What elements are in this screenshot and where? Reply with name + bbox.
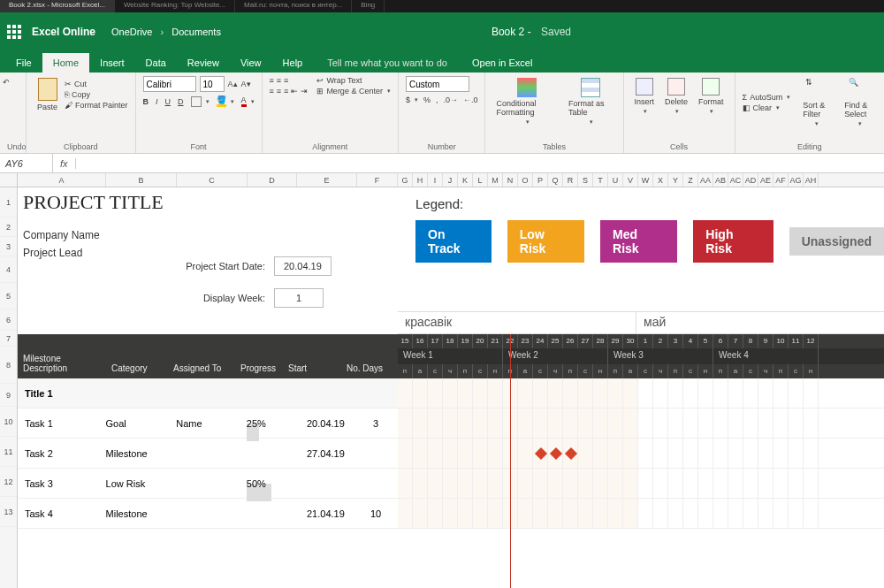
double-underline-button[interactable]: D [178, 97, 184, 106]
tab-file[interactable]: File [5, 53, 42, 73]
tell-me-search[interactable]: Tell me what you want to do [313, 53, 461, 73]
col-header[interactable]: F [357, 173, 398, 187]
col-header[interactable]: Z [683, 173, 698, 187]
col-header[interactable]: AD [743, 173, 758, 187]
col-header[interactable]: AH [804, 173, 819, 187]
clear-button[interactable]: ◧Clear [743, 103, 791, 112]
breadcrumb-item[interactable]: OneDrive [111, 27, 152, 37]
col-header[interactable]: AA [698, 173, 713, 187]
font-name-select[interactable] [143, 76, 196, 92]
insert-cells-button[interactable]: Insert [631, 76, 659, 117]
col-header[interactable]: P [533, 173, 548, 187]
number-format-select[interactable] [406, 76, 469, 92]
tab-help[interactable]: Help [272, 53, 314, 73]
row-header[interactable]: 10 [0, 407, 17, 437]
col-header[interactable]: C [177, 173, 248, 187]
outdent-button[interactable]: ⇤ [291, 87, 298, 95]
align-center-button[interactable]: ≡ [277, 87, 281, 95]
row-header[interactable]: 1 [0, 187, 17, 218]
document-title[interactable]: Book 2 - Saved [221, 26, 842, 38]
browser-tab[interactable]: Bing [352, 0, 385, 12]
autosum-button[interactable]: ΣAutoSum [743, 93, 791, 102]
tab-view[interactable]: View [230, 53, 272, 73]
browser-tab[interactable]: Website Ranking: Top Website... [115, 0, 235, 12]
conditional-formatting-button[interactable]: Conditional Formatting [492, 76, 561, 127]
font-size-select[interactable] [200, 76, 225, 92]
undo-button[interactable]: ↶ [7, 76, 19, 101]
find-select-button[interactable]: 🔍Find & Select [841, 76, 877, 129]
task-row[interactable]: Task 3Low Risk50% [18, 469, 398, 499]
row-header[interactable]: 9 [0, 384, 17, 407]
col-header[interactable]: W [638, 173, 653, 187]
row-header[interactable]: 2 [0, 218, 17, 237]
percent-button[interactable]: % [423, 95, 431, 104]
tab-home[interactable]: Home [42, 53, 89, 73]
row-header[interactable]: 8 [0, 347, 17, 384]
row-header[interactable]: 7 [0, 331, 17, 347]
breadcrumb[interactable]: OneDrive › Documents [111, 27, 221, 37]
row-header[interactable]: 13 [0, 497, 17, 527]
task-row[interactable]: Task 1GoalName25%20.04.193 [18, 409, 398, 439]
col-header[interactable]: D [248, 173, 297, 187]
breadcrumb-item[interactable]: Documents [171, 27, 221, 37]
bold-button[interactable]: B [143, 97, 149, 106]
align-mid-button[interactable]: ≡ [277, 76, 281, 85]
col-header[interactable]: J [443, 173, 458, 187]
italic-button[interactable]: I [156, 97, 158, 106]
paste-button[interactable]: Paste [34, 76, 61, 113]
browser-tab[interactable]: Mail.ru: почта, поиск в интер... [235, 0, 352, 12]
col-header[interactable]: S [578, 173, 593, 187]
col-header[interactable]: O [518, 173, 533, 187]
fx-label[interactable]: fx [53, 158, 76, 169]
col-header[interactable]: Y [668, 173, 683, 187]
start-date-value[interactable]: 20.04.19 [274, 256, 332, 276]
tab-data[interactable]: Data [135, 53, 177, 73]
col-header[interactable]: AC [728, 173, 743, 187]
col-header[interactable]: AE [758, 173, 774, 187]
tab-insert[interactable]: Insert [89, 53, 135, 73]
task-row[interactable]: Task 4Milestone21.04.1910 [18, 499, 398, 529]
col-header[interactable]: B [106, 173, 177, 187]
fill-color-button[interactable]: 🪣 [217, 95, 234, 107]
copy-button[interactable]: ⎘Copy [65, 90, 128, 99]
row-header[interactable]: 4 [0, 256, 17, 283]
dec-decimal-button[interactable]: ←.0 [463, 95, 478, 104]
format-painter-button[interactable]: 🖌Format Painter [65, 101, 128, 110]
delete-cells-button[interactable]: Delete [661, 76, 691, 117]
browser-tab[interactable]: Book 2.xlsx - Microsoft Excel... [0, 0, 115, 12]
col-header[interactable]: E [297, 173, 357, 187]
tab-review[interactable]: Review [177, 53, 230, 73]
col-header[interactable]: G [398, 173, 413, 187]
sort-filter-button[interactable]: ⇅Sort & Filter [799, 76, 832, 129]
col-header[interactable]: M [488, 173, 503, 187]
font-color-button[interactable]: A [241, 95, 255, 107]
grow-font-button[interactable]: A▴ [228, 80, 238, 88]
col-header[interactable]: AB [713, 173, 728, 187]
name-box[interactable]: AY6 [0, 154, 53, 172]
row-header[interactable]: 11 [0, 437, 17, 467]
display-week-value[interactable]: 1 [274, 288, 324, 308]
col-header[interactable]: U [608, 173, 623, 187]
align-left-button[interactable]: ≡ [270, 87, 274, 95]
task-row[interactable]: Task 2Milestone27.04.19 [18, 439, 398, 469]
col-header[interactable]: X [653, 173, 668, 187]
col-header[interactable]: AF [774, 173, 789, 187]
app-launcher-icon[interactable] [7, 25, 21, 39]
col-header[interactable]: H [413, 173, 428, 187]
row-header[interactable]: 12 [0, 467, 17, 497]
col-header[interactable]: A [18, 173, 106, 187]
border-button[interactable] [191, 96, 210, 107]
format-cells-button[interactable]: Format [695, 76, 728, 117]
align-right-button[interactable]: ≡ [284, 87, 288, 95]
col-header[interactable]: T [593, 173, 608, 187]
underline-button[interactable]: U [165, 97, 171, 106]
currency-button[interactable]: $ [406, 95, 418, 104]
col-header[interactable]: Q [548, 173, 563, 187]
col-header[interactable]: K [458, 173, 473, 187]
row-header[interactable]: 6 [0, 309, 17, 331]
wrap-text-button[interactable]: ↩Wrap Text [316, 76, 391, 85]
col-header[interactable]: V [623, 173, 638, 187]
comma-button[interactable]: , [436, 95, 438, 104]
col-header[interactable]: R [563, 173, 578, 187]
row-header[interactable]: 5 [0, 283, 17, 309]
